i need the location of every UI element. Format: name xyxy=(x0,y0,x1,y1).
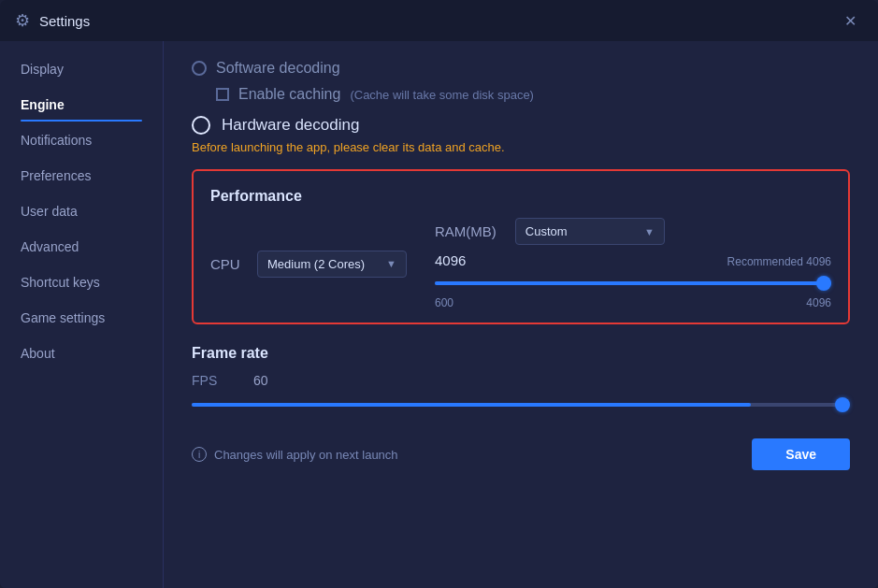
fps-row: FPS 60 xyxy=(192,373,850,388)
title-bar-left: ⚙ Settings xyxy=(15,10,837,31)
sidebar-item-about[interactable]: About xyxy=(0,337,163,370)
fps-slider-thumb[interactable] xyxy=(835,397,850,412)
close-button[interactable]: ✕ xyxy=(837,7,863,34)
sidebar-item-user-data[interactable]: User data xyxy=(0,194,163,228)
enable-caching-row: Enable caching (Cache will take some dis… xyxy=(216,86,850,103)
sidebar-item-shortcut-keys[interactable]: Shortcut keys xyxy=(0,265,163,299)
sidebar-item-engine[interactable]: Engine xyxy=(0,88,163,122)
main-layout: Display Engine Notifications Preferences… xyxy=(0,41,878,588)
sidebar: Display Engine Notifications Preferences… xyxy=(0,41,164,588)
ram-recommended: Recommended 4096 xyxy=(727,255,831,268)
save-button[interactable]: Save xyxy=(752,438,850,470)
ram-dropdown-value: Custom xyxy=(525,224,568,238)
warning-text: Before launching the app, please clear i… xyxy=(192,140,850,154)
fps-value: 60 xyxy=(253,373,268,388)
hardware-decoding-label: Hardware decoding xyxy=(222,116,359,135)
sidebar-item-advanced[interactable]: Advanced xyxy=(0,230,163,264)
ram-slider-min: 600 xyxy=(435,296,453,309)
fps-label: FPS xyxy=(192,373,238,388)
enable-caching-label: Enable caching xyxy=(238,86,340,103)
fps-slider-track xyxy=(192,403,850,407)
content-area: Software decoding Enable caching (Cache … xyxy=(164,41,878,588)
cpu-label: CPU xyxy=(210,256,257,272)
ram-section: RAM(MB) Custom ▼ 4096 Recommended 4096 xyxy=(435,218,831,309)
sidebar-item-display[interactable]: Display xyxy=(0,52,163,86)
software-decoding-row: Software decoding xyxy=(192,60,850,77)
hardware-decoding-radio[interactable] xyxy=(192,116,210,135)
ram-dropdown[interactable]: Custom ▼ xyxy=(515,218,665,245)
caching-note: (Cache will take some disk space) xyxy=(350,88,534,102)
ram-slider-container xyxy=(435,274,831,293)
footer: i Changes will apply on next launch Save xyxy=(192,431,850,470)
ram-label: RAM(MB) xyxy=(435,223,497,239)
performance-title: Performance xyxy=(210,188,831,205)
ram-slider-thumb[interactable] xyxy=(816,276,831,291)
ram-slider-fill xyxy=(435,281,831,285)
footer-note: i Changes will apply on next launch xyxy=(192,447,398,462)
cpu-dropdown-value: Medium (2 Cores) xyxy=(267,257,365,271)
perf-row: CPU Medium (2 Cores) ▼ RAM(MB) Custom ▼ xyxy=(210,218,831,309)
enable-caching-checkbox[interactable] xyxy=(216,88,229,101)
window-title: Settings xyxy=(39,13,90,29)
ram-slider-labels: 600 4096 xyxy=(435,296,831,309)
frame-rate-section: Frame rate FPS 60 xyxy=(192,345,850,414)
cpu-dropdown-arrow: ▼ xyxy=(386,258,396,269)
cpu-dropdown[interactable]: Medium (2 Cores) ▼ xyxy=(257,251,407,278)
fps-slider-fill xyxy=(192,403,751,407)
gear-icon: ⚙ xyxy=(15,10,30,31)
ram-slider-track xyxy=(435,281,831,285)
ram-dropdown-arrow: ▼ xyxy=(644,226,655,237)
sidebar-item-game-settings[interactable]: Game settings xyxy=(0,301,163,335)
title-bar: ⚙ Settings ✕ xyxy=(0,0,878,41)
software-decoding-label: Software decoding xyxy=(216,60,340,77)
frame-rate-title: Frame rate xyxy=(192,345,850,362)
software-decoding-radio[interactable] xyxy=(192,61,207,76)
ram-slider-max: 4096 xyxy=(806,296,831,309)
sidebar-item-preferences[interactable]: Preferences xyxy=(0,159,163,193)
fps-slider-container xyxy=(192,395,850,414)
footer-note-text: Changes will apply on next launch xyxy=(214,448,398,462)
performance-section: Performance CPU Medium (2 Cores) ▼ RAM(M… xyxy=(192,169,850,324)
ram-current-value: 4096 xyxy=(435,252,466,268)
settings-window: ⚙ Settings ✕ Display Engine Notification… xyxy=(0,0,878,588)
sidebar-item-notifications[interactable]: Notifications xyxy=(0,123,163,157)
info-icon: i xyxy=(192,447,207,462)
hardware-decoding-row: Hardware decoding xyxy=(192,116,850,135)
